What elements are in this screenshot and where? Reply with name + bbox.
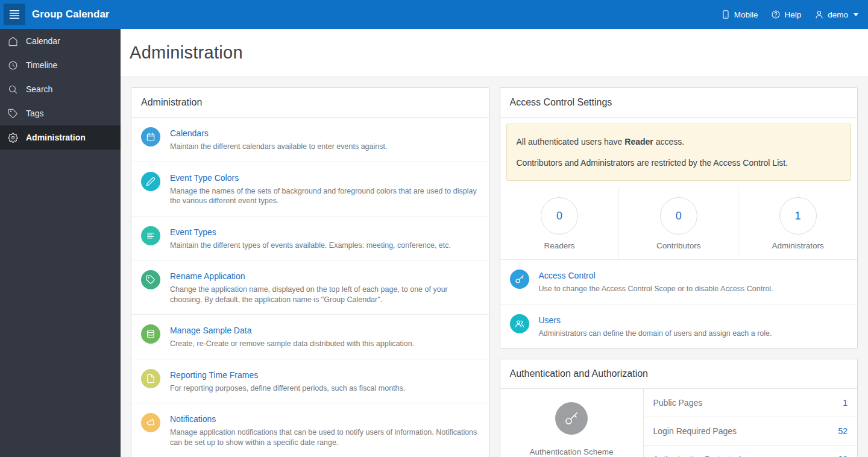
nav-mobile[interactable]: Mobile [721,10,758,19]
list-item-title[interactable]: Manage Sample Data [170,326,414,335]
users-icon [515,319,524,329]
role-counters: 0 Readers 0 Contributors 1 Administrator… [500,187,858,260]
counter-contributors: 0 Contributors [618,187,738,259]
authentication-authorization-card: Authentication and Authorization Authent… [500,359,858,457]
list-item-calendars[interactable]: Calendars Maintain the different calenda… [131,118,489,162]
users-icon-badge [510,314,529,333]
counter-administrators: 1 Administrators [738,187,857,259]
paintbrush-icon [146,177,156,186]
list-item-reporting-time-frames[interactable]: Reporting Time Frames For reporting purp… [131,359,489,404]
list-item-desc: Administrators can define the domain of … [539,329,772,339]
stat-label: Public Pages [653,398,703,408]
counter-administrators-value: 1 [779,197,817,235]
stat-value[interactable]: 38 [838,455,848,457]
stat-value[interactable]: 52 [838,426,848,436]
list-item-title[interactable]: Users [539,315,772,325]
list-item-access-control[interactable]: Access Control Use to change the Access … [500,260,858,304]
gear-icon [8,133,18,143]
key-icon-badge-gray [555,402,588,435]
list-item-desc: Manage the names of the sets of backgrou… [170,186,479,206]
access-control-notice: All authenticated users have Reader acce… [506,124,852,181]
list-item-title[interactable]: Event Type Colors [170,173,479,183]
list-item-title[interactable]: Rename Application [170,271,479,281]
list-icon-badge [141,226,160,245]
list-item-desc: Change the application name, displayed o… [170,285,479,304]
title-bar: Administration [121,29,868,77]
notice-line-1: All authenticated users have Reader acce… [517,137,841,147]
administration-card-title: Administration [131,88,489,118]
sidebar-item-search[interactable]: Search [0,77,121,101]
sidebar-item-label: Timeline [26,60,57,70]
list-item-manage-sample-data[interactable]: Manage Sample Data Create, re-Create or … [131,315,489,359]
stat-label: Authorization Protected [653,455,741,457]
search-icon [8,84,18,95]
tags-icon [8,109,18,119]
menu-button[interactable] [4,4,25,25]
list-item-event-types[interactable]: Event Types Maintain the different types… [131,216,489,261]
stat-row-login-required-pages: Login Required Pages 52 [644,417,858,446]
file-icon-badge [141,369,160,388]
sidebar-item-label: Administration [26,133,86,142]
database-icon [146,329,156,339]
calendar-icon-badge [141,127,160,147]
authentication-authorization-title: Authentication and Authorization [500,359,858,389]
authentication-scheme-label: Authentication Scheme [506,447,637,456]
calendar-icon [146,132,156,142]
notice-bold-reader: Reader [624,137,653,147]
smartphone-icon [721,10,731,19]
page-content: Administration Calendars Maintain the di… [121,77,868,457]
megaphone-icon-badge [141,413,160,432]
nav-mobile-label: Mobile [734,10,758,19]
list-item-desc: Maintain the different types of events a… [170,241,451,251]
sidebar-item-label: Tags [26,109,44,118]
counter-administrators-label: Administrators [738,241,857,250]
stat-row-authorization-protected: Authorization Protected 38 [644,446,858,457]
nav-user-menu[interactable]: demo [814,10,858,19]
list-item-users[interactable]: Users Administrators can define the doma… [500,304,858,348]
list-item-title[interactable]: Event Types [170,227,451,237]
file-icon [146,374,156,383]
sidebar-item-calendar[interactable]: Calendar [0,29,121,53]
chevron-down-icon [854,13,858,16]
stat-value[interactable]: 1 [843,398,848,408]
sidebar-item-label: Search [26,84,52,94]
header-nav: Mobile Help demo [721,10,868,19]
app-header: Group Calendar Mobile Help demo [0,0,868,29]
counter-readers-label: Readers [500,241,619,250]
list-item-desc: Use to change the Access Control Scope o… [539,284,773,294]
megaphone-icon [146,418,156,427]
nav-help[interactable]: Help [771,10,801,19]
key-icon [515,274,524,284]
user-icon [814,10,824,19]
key-icon-badge [510,269,529,289]
list-item-desc: Maintain the different calendars availab… [170,142,387,152]
help-circle-icon [771,10,781,19]
sidebar-item-administration[interactable]: Administration [0,125,121,150]
list-item-event-type-colors[interactable]: Event Type Colors Manage the names of th… [131,162,489,216]
authentication-scheme-panel: Authentication Scheme Application Expres… [500,389,644,457]
tag-icon [146,275,156,285]
list-item-rename-application[interactable]: Rename Application Change the applicatio… [131,260,489,315]
tag-icon-badge [141,270,160,289]
page-security-stats: Public Pages 1 Login Required Pages 52 A… [644,389,858,457]
list-item-title[interactable]: Notifications [170,414,479,424]
database-icon-badge [141,324,160,344]
list-item-title[interactable]: Access Control [539,271,773,280]
sidebar-item-tags[interactable]: Tags [0,101,121,125]
counter-contributors-label: Contributors [619,241,738,250]
access-control-settings-title: Access Control Settings [500,88,858,118]
counter-readers-value: 0 [541,197,578,235]
sidebar-item-timeline[interactable]: Timeline [0,53,121,77]
stat-row-public-pages: Public Pages 1 [644,389,858,417]
sidebar: Calendar Timeline Search Tags Administra… [0,29,121,457]
list-item-title[interactable]: Calendars [170,128,387,138]
access-control-settings-card: Access Control Settings All authenticate… [500,87,858,348]
counter-contributors-value: 0 [660,197,697,235]
list-item-title[interactable]: Reporting Time Frames [170,370,405,380]
app-title[interactable]: Group Calendar [32,8,109,20]
list-item-desc: Create, re-Create or remove sample data … [170,339,414,349]
list-item-desc: For reporting purposes, define different… [170,383,405,394]
list-item-notifications[interactable]: Notifications Manage application notific… [131,403,489,457]
key-icon [564,411,579,426]
nav-help-label: Help [784,10,801,19]
